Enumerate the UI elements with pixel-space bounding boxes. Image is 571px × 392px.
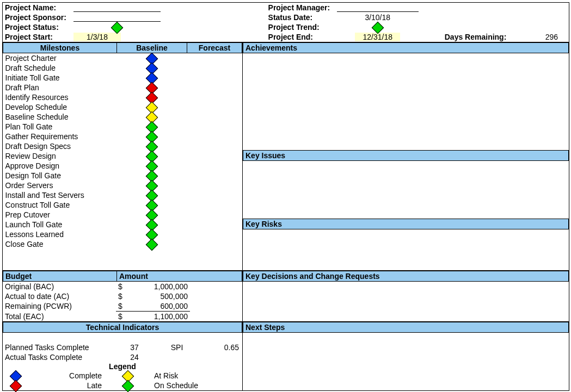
val-status-date: 3/10/18 bbox=[335, 13, 421, 22]
legend-yellow: At Risk bbox=[152, 371, 242, 381]
milestone-row: Baseline Schedule bbox=[3, 112, 242, 122]
box-key-risks bbox=[243, 229, 569, 270]
val-actual: 24 bbox=[116, 352, 153, 362]
milestone-name: Draft Plan bbox=[3, 83, 117, 92]
val-project-manager bbox=[337, 4, 419, 12]
milestone-name: Draft Schedule bbox=[3, 63, 117, 73]
milestone-name: Baseline Schedule bbox=[3, 112, 117, 122]
legend-blue: Complete bbox=[29, 371, 104, 381]
legend-red: Late bbox=[29, 381, 104, 390]
sec-key-decisions: Key Decisions and Change Requests bbox=[243, 271, 569, 282]
h-milestones: Milestones bbox=[3, 43, 117, 53]
milestone-row: Prep Cutover bbox=[3, 210, 242, 220]
box-achievements bbox=[243, 53, 569, 150]
budget-row: Actual to date (AC)$500,000 bbox=[3, 291, 242, 301]
milestone-row: Identify Resources bbox=[3, 92, 242, 102]
budget-currency: $ bbox=[116, 312, 131, 322]
milestone-name: Prep Cutover bbox=[3, 210, 117, 220]
val-project-name bbox=[73, 4, 161, 12]
box-key-decisions bbox=[242, 282, 569, 321]
legend-green: On Schedule bbox=[152, 381, 242, 390]
val-project-start: 1/3/18 bbox=[73, 33, 121, 41]
lbl-project-trend: Project Trend: bbox=[266, 22, 335, 32]
main-row: Milestones Baseline Forecast Project Cha… bbox=[3, 42, 569, 270]
val-spi: 0.65 bbox=[201, 343, 242, 352]
milestone-row: Initiate Toll Gate bbox=[3, 73, 242, 83]
milestone-row: Order Servers bbox=[3, 181, 242, 190]
h-technical: Technical Indicators bbox=[3, 322, 242, 333]
sec-key-issues: Key Issues bbox=[243, 150, 569, 161]
h-baseline: Baseline bbox=[117, 43, 187, 53]
milestone-row: Draft Schedule bbox=[3, 63, 242, 73]
budget-label: Total (EAC) bbox=[3, 312, 116, 322]
lbl-project-status: Project Status: bbox=[3, 22, 71, 32]
lbl-project-manager: Project Manager: bbox=[266, 3, 335, 13]
milestone-row: Review Design bbox=[3, 151, 242, 161]
milestone-row: Plan Toll Gate bbox=[3, 122, 242, 132]
sec-key-risks: Key Risks bbox=[243, 219, 569, 229]
milestone-name: Install and Test Servers bbox=[3, 190, 117, 200]
milestone-row: Lessons Learned bbox=[3, 229, 242, 239]
h-forecast: Forecast bbox=[187, 43, 242, 53]
budget-row: Total (EAC)$1,100,000 bbox=[3, 312, 242, 322]
budget-label: Actual to date (AC) bbox=[3, 291, 116, 301]
milestone-row: Project Charter bbox=[3, 53, 242, 64]
milestone-row: Launch Toll Gate bbox=[3, 220, 242, 229]
legend-table: Complete At Risk Late On Schedule bbox=[3, 371, 242, 390]
milestone-row: Develop Schedule bbox=[3, 102, 242, 112]
milestone-row: Install and Test Servers bbox=[3, 190, 242, 200]
legend-title: Legend bbox=[3, 362, 242, 371]
budget-body-row: Original (BAC)$1,000,000Actual to date (… bbox=[3, 282, 569, 321]
budget-label: Original (BAC) bbox=[3, 282, 116, 291]
milestone-row: Construct Toll Gate bbox=[3, 200, 242, 210]
budget-currency: $ bbox=[116, 291, 131, 301]
budget-amount: 1,100,000 bbox=[131, 312, 190, 322]
budget-label: Remaining (PCWR) bbox=[3, 301, 116, 312]
milestones-panel: Milestones Baseline Forecast Project Cha… bbox=[3, 42, 242, 270]
milestone-row: Draft Design Specs bbox=[3, 141, 242, 151]
budget-row: Remaining (PCWR)$600,000 bbox=[3, 301, 242, 312]
trend-diamond-icon bbox=[371, 21, 384, 34]
milestone-row: Gather Requirements bbox=[3, 132, 242, 141]
lbl-project-name: Project Name: bbox=[3, 3, 71, 13]
milestone-name: Identify Resources bbox=[3, 92, 117, 102]
budget-row: Original (BAC)$1,000,000 bbox=[3, 282, 242, 291]
milestone-name: Close Gate bbox=[3, 239, 117, 249]
budget-amount: 500,000 bbox=[131, 291, 190, 301]
status-diamond-icon bbox=[111, 21, 124, 34]
milestone-name: Gather Requirements bbox=[3, 132, 117, 141]
milestone-name: Plan Toll Gate bbox=[3, 122, 117, 132]
lbl-spi: SPI bbox=[153, 343, 201, 352]
budget-header-row: Budget Amount Key Decisions and Change R… bbox=[3, 270, 569, 282]
header-table: Project Name: Project Manager: Project S… bbox=[3, 3, 569, 42]
milestone-row: Design Toll Gate bbox=[3, 171, 242, 181]
milestone-name: Design Toll Gate bbox=[3, 171, 117, 181]
milestone-row: Close Gate bbox=[3, 239, 242, 249]
milestone-name: Develop Schedule bbox=[3, 102, 117, 112]
h-budget: Budget bbox=[3, 271, 117, 282]
milestone-name: Draft Design Specs bbox=[3, 141, 117, 151]
milestone-name: Initiate Toll Gate bbox=[3, 73, 117, 83]
budget-amount: 1,000,000 bbox=[131, 282, 190, 291]
legend-green-icon bbox=[122, 379, 134, 392]
right-panels: Achievements Key Issues Key Risks bbox=[242, 42, 569, 270]
lbl-project-start: Project Start: bbox=[3, 32, 71, 42]
lbl-actual: Actual Tasks Complete bbox=[3, 352, 116, 362]
budget-currency: $ bbox=[116, 301, 131, 312]
milestone-name: Review Design bbox=[3, 151, 117, 161]
lbl-planned: Planned Tasks Complete bbox=[3, 343, 116, 352]
milestone-name: Launch Toll Gate bbox=[3, 220, 117, 229]
val-planned: 37 bbox=[116, 343, 153, 352]
legend-red-icon bbox=[10, 379, 22, 392]
tech-row: Technical Indicators Planned Tasks Compl… bbox=[3, 321, 569, 390]
sec-achievements: Achievements bbox=[243, 42, 569, 53]
budget-currency: $ bbox=[116, 282, 131, 291]
budget-amount: 600,000 bbox=[131, 301, 190, 312]
lbl-project-sponsor: Project Sponsor: bbox=[3, 13, 71, 22]
milestone-name: Project Charter bbox=[3, 53, 117, 64]
milestone-row: Approve Design bbox=[3, 161, 242, 171]
sec-next-steps: Next Steps bbox=[243, 322, 569, 333]
lbl-days-remaining: Days Remaining: bbox=[421, 32, 509, 42]
val-project-sponsor bbox=[73, 14, 161, 22]
box-next-steps bbox=[243, 333, 569, 385]
